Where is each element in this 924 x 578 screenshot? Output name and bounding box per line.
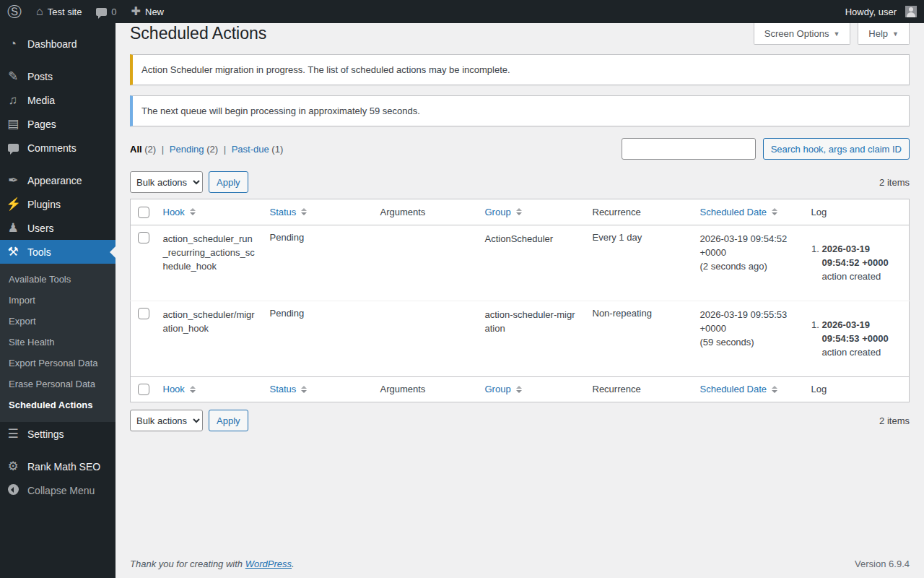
sort-scheduled-date[interactable]: Scheduled Date xyxy=(700,207,778,217)
cell-log: 2026-03-19 09:54:52 +0000 action created xyxy=(804,225,910,301)
sort-group[interactable]: Group xyxy=(485,207,522,217)
howdy-label: Howdy, user xyxy=(845,7,897,17)
sort-status[interactable]: Status xyxy=(270,207,308,217)
sidebar-item-appearance[interactable]: ✒ Appearance xyxy=(0,168,116,192)
cell-arguments xyxy=(373,301,478,376)
filter-separator: | xyxy=(224,144,226,155)
filter-past-due[interactable]: Past-due xyxy=(232,144,269,155)
table-row: action_scheduler/migration_hook Pending … xyxy=(131,301,910,376)
queue-notice: The next queue will begin processing in … xyxy=(130,95,910,126)
sidebar-item-label: Plugins xyxy=(27,199,61,210)
sort-scheduled-date[interactable]: Scheduled Date xyxy=(700,384,778,394)
sort-icon xyxy=(301,386,307,393)
sort-group[interactable]: Group xyxy=(485,384,522,394)
submenu-item-export-personal-data[interactable]: Export Personal Data xyxy=(0,353,116,374)
sort-icon xyxy=(190,208,196,215)
new-content-menu[interactable]: ✚ New xyxy=(124,0,171,23)
filter-all[interactable]: All xyxy=(130,144,142,155)
table-header-row: Hook Status Arguments Group Recurrence S… xyxy=(131,199,910,225)
admin-sidebar: ◔ Dashboard ✎ Posts ♫ Media ▤ Pages Comm… xyxy=(0,23,116,578)
filter-pending[interactable]: Pending xyxy=(170,144,204,155)
sort-hook[interactable]: Hook xyxy=(163,384,196,394)
log-entry: 2026-03-19 09:54:53 +0000 action created xyxy=(822,318,902,359)
apply-button[interactable]: Apply xyxy=(209,171,248,193)
sidebar-item-pages[interactable]: ▤ Pages xyxy=(0,112,116,136)
row-checkbox[interactable] xyxy=(138,232,149,243)
sidebar-item-rank-math-seo[interactable]: ⚙ Rank Math SEO xyxy=(0,454,116,478)
help-label: Help xyxy=(868,28,888,39)
items-count: 2 items xyxy=(879,177,910,188)
submenu-item-available-tools[interactable]: Available Tools xyxy=(0,269,116,290)
home-icon: ⌂ xyxy=(36,6,43,17)
scheduled-relative: (2 seconds ago) xyxy=(700,259,797,273)
screen-options-label: Screen Options xyxy=(764,28,829,39)
cell-recurrence: Non-repeating xyxy=(585,301,693,376)
screen-options-button[interactable]: Screen Options ▼ xyxy=(754,23,851,45)
sidebar-item-settings[interactable]: ☰ Settings xyxy=(0,422,116,446)
admin-bar: Ⓢ ⌂ Test site 0 ✚ New Howdy, user xyxy=(0,0,924,23)
column-log: Log xyxy=(811,384,827,394)
column-recurrence: Recurrence xyxy=(593,207,641,217)
sidebar-item-label: Rank Math SEO xyxy=(27,461,100,473)
site-name-menu[interactable]: ⌂ Test site xyxy=(29,0,89,23)
scheduled-relative: (59 seconds) xyxy=(700,335,797,349)
scheduled-date: 2026-03-19 09:54:52 +0000 xyxy=(700,232,797,259)
select-all-checkbox[interactable] xyxy=(138,384,149,395)
comments-menu[interactable]: 0 xyxy=(89,0,123,23)
pages-icon: ▤ xyxy=(6,118,20,130)
sidebar-item-comments[interactable]: Comments xyxy=(0,136,116,160)
submenu-item-site-health[interactable]: Site Health xyxy=(0,332,116,353)
submenu-item-erase-personal-data[interactable]: Erase Personal Data xyxy=(0,374,116,394)
apply-button[interactable]: Apply xyxy=(209,410,248,431)
gear-icon: ⚙ xyxy=(6,460,20,473)
site-name-label: Test site xyxy=(48,7,82,17)
cell-recurrence: Every 1 day xyxy=(585,225,693,301)
cell-log: 2026-03-19 09:54:53 +0000 action created xyxy=(804,301,910,376)
migration-notice: Action Scheduler migration in progress. … xyxy=(130,54,910,85)
chevron-down-icon: ▼ xyxy=(833,30,840,38)
posts-icon: ✎ xyxy=(6,70,20,82)
submenu-item-import[interactable]: Import xyxy=(0,290,116,311)
sort-icon xyxy=(772,208,777,215)
sidebar-item-users[interactable]: ♟ Users xyxy=(0,216,116,240)
search-button[interactable]: Search hook, args and claim ID xyxy=(763,138,910,160)
search-input[interactable] xyxy=(622,138,756,160)
screen-meta-links: Screen Options ▼ Help ▼ xyxy=(754,23,910,45)
log-entry: 2026-03-19 09:54:52 +0000 action created xyxy=(822,242,902,283)
sidebar-item-posts[interactable]: ✎ Posts xyxy=(0,64,116,88)
sidebar-item-label: Collapse Menu xyxy=(27,485,95,496)
help-button[interactable]: Help ▼ xyxy=(858,23,910,45)
plus-icon: ✚ xyxy=(131,6,141,17)
submenu-item-scheduled-actions[interactable]: Scheduled Actions xyxy=(0,394,116,415)
submenu-item-export[interactable]: Export xyxy=(0,311,116,332)
collapse-menu-button[interactable]: Collapse Menu xyxy=(0,478,116,503)
sidebar-item-label: Users xyxy=(27,223,54,234)
my-account-menu[interactable]: Howdy, user xyxy=(838,0,924,23)
appearance-icon: ✒ xyxy=(6,174,20,186)
select-all-checkbox[interactable] xyxy=(138,207,149,218)
sidebar-item-label: Appearance xyxy=(27,175,82,186)
status-filter-links: All (2) | Pending (2) | Past-due (1) xyxy=(130,138,283,155)
sidebar-item-plugins[interactable]: ⚡ Plugins xyxy=(0,192,116,216)
wordpress-logo-menu[interactable]: Ⓢ xyxy=(0,0,29,23)
sidebar-item-label: Pages xyxy=(27,118,56,130)
bulk-actions-top: Bulk actions Apply xyxy=(130,171,248,193)
column-recurrence: Recurrence xyxy=(593,384,641,394)
wordpress-link[interactable]: WordPress xyxy=(245,558,292,569)
sidebar-item-tools[interactable]: ⚒ Tools xyxy=(0,240,116,264)
sidebar-item-label: Settings xyxy=(27,428,64,440)
footer-version: Version 6.9.4 xyxy=(855,558,910,569)
column-arguments: Arguments xyxy=(380,207,426,217)
cell-status: Pending xyxy=(263,225,373,301)
sort-status[interactable]: Status xyxy=(270,384,308,394)
bulk-actions-select[interactable]: Bulk actions xyxy=(130,410,203,431)
bulk-actions-bottom: Bulk actions Apply xyxy=(130,410,248,431)
sidebar-item-media[interactable]: ♫ Media xyxy=(0,88,116,112)
comments-icon xyxy=(6,142,20,154)
bulk-actions-select[interactable]: Bulk actions xyxy=(130,171,203,193)
scheduled-actions-table: Hook Status Arguments Group Recurrence S… xyxy=(130,199,910,402)
sidebar-item-dashboard[interactable]: ◔ Dashboard xyxy=(0,32,116,56)
row-checkbox[interactable] xyxy=(138,308,149,319)
avatar xyxy=(905,6,917,17)
sort-hook[interactable]: Hook xyxy=(163,207,196,217)
